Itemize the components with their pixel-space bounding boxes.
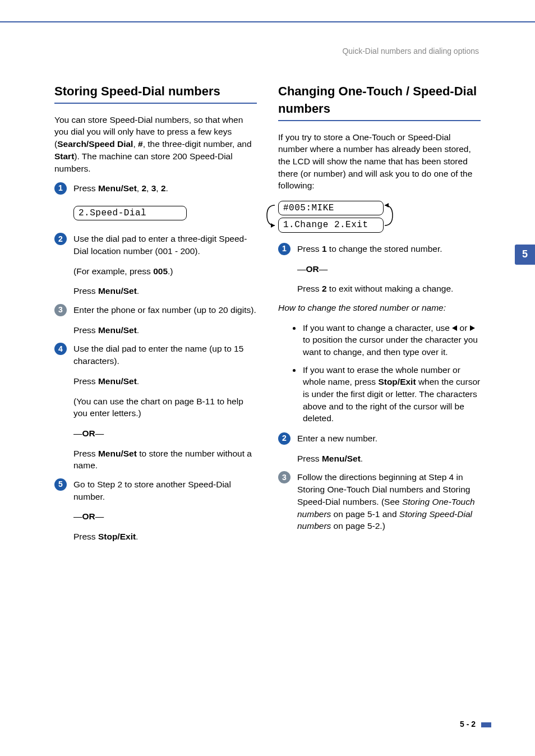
arrow-left-icon bbox=[452, 325, 457, 331]
step-body: Go to Step 2 to store another Speed-Dial… bbox=[73, 478, 257, 543]
t: Stop/Exit bbox=[98, 532, 136, 541]
t: Press bbox=[73, 286, 98, 296]
t: Press bbox=[297, 244, 322, 253]
t: OR bbox=[82, 428, 95, 438]
t: , bbox=[133, 139, 138, 149]
t: Start bbox=[54, 151, 74, 161]
t: Press bbox=[73, 532, 98, 541]
step-badge-1: 1 bbox=[278, 243, 290, 255]
t: to position the cursor under the charact… bbox=[303, 335, 478, 357]
t: . bbox=[137, 376, 139, 386]
t: . bbox=[361, 454, 363, 463]
step-badge-2: 2 bbox=[278, 432, 290, 445]
t: Press Stop/Exit. bbox=[73, 531, 257, 543]
t: —OR— bbox=[73, 510, 257, 523]
t: . bbox=[137, 286, 139, 296]
t: to change the stored number. bbox=[327, 244, 442, 253]
step-body: Enter the phone or fax number (up to 20 … bbox=[73, 304, 257, 336]
step-badge-3: 3 bbox=[278, 471, 290, 483]
left-step-1: 1 Press Menu/Set, 2, 3, 2. 2.Speed-Dial bbox=[54, 182, 257, 226]
step-badge-3: 3 bbox=[54, 304, 67, 316]
t: , bbox=[156, 183, 161, 193]
t: Press Menu/Set. bbox=[73, 285, 257, 297]
tip-1: If you want to change a character, use o… bbox=[302, 322, 481, 358]
cycle-arrows-icon bbox=[264, 200, 396, 231]
t: — bbox=[297, 264, 306, 274]
t: OR bbox=[82, 511, 95, 521]
t: (You can use the chart on page B-11 to h… bbox=[73, 395, 257, 420]
lcd-cycle: #005:MIKE 1.Change 2.Exit bbox=[278, 201, 384, 235]
t: . bbox=[137, 325, 139, 335]
t: , the three-digit number, and bbox=[143, 139, 252, 149]
t: 2 bbox=[322, 284, 327, 293]
section-tab: 5 bbox=[515, 245, 535, 265]
left-step-4: 4 Use the dial pad to enter the name (up… bbox=[54, 343, 257, 472]
t: Press bbox=[297, 284, 322, 293]
t: 005 bbox=[153, 266, 168, 276]
left-step-2: 2 Use the dial pad to enter a three-digi… bbox=[54, 233, 257, 297]
t: If you want to change a character, use bbox=[303, 323, 452, 333]
page-number: 5 - 2 bbox=[460, 719, 476, 730]
t: Go to Step 2 to store another Speed-Dial… bbox=[73, 478, 257, 503]
right-column: Changing One-Touch / Speed-Dial numbers … bbox=[278, 83, 481, 550]
t: (For example, press bbox=[73, 266, 153, 276]
arrow-right-icon bbox=[470, 325, 475, 331]
right-step-2: 2 Enter a new number. Press Menu/Set. bbox=[278, 432, 481, 464]
t: Menu/Set bbox=[98, 183, 137, 193]
howto-heading: How to change the stored number or name: bbox=[278, 302, 481, 314]
step-badge-4: 4 bbox=[54, 343, 67, 355]
right-step-1: 1 Press 1 to change the stored number. —… bbox=[278, 243, 481, 295]
step-body: Use the dial pad to enter a three-digit … bbox=[73, 233, 257, 297]
running-header: Quick-Dial numbers and dialing options bbox=[342, 46, 479, 57]
t: 1 bbox=[322, 244, 327, 253]
page-footer: 5 - 2 bbox=[460, 719, 491, 730]
svg-marker-1 bbox=[385, 203, 389, 208]
t: . bbox=[166, 183, 168, 193]
left-title: Storing Speed-Dial numbers bbox=[54, 83, 257, 100]
t: . bbox=[136, 532, 138, 541]
t: OR bbox=[306, 264, 319, 274]
t: —OR— bbox=[297, 263, 481, 275]
step-badge-5: 5 bbox=[54, 478, 67, 491]
right-step-3: 3 Follow the directions beginning at Ste… bbox=[278, 471, 481, 532]
t: Enter the phone or fax number (up to 20 … bbox=[73, 304, 257, 316]
t: — bbox=[73, 428, 82, 438]
t: Press Menu/Set. bbox=[73, 324, 257, 336]
t: Follow the directions beginning at Step … bbox=[297, 471, 481, 532]
step-body: Enter a new number. Press Menu/Set. bbox=[297, 432, 481, 464]
step-body: Use the dial pad to enter the name (up t… bbox=[73, 343, 257, 472]
t: Press bbox=[73, 183, 98, 193]
right-intro: If you try to store a One-Touch or Speed… bbox=[278, 131, 481, 192]
t: — bbox=[95, 511, 104, 521]
t: (For example, press 005.) bbox=[73, 265, 257, 278]
t: Press Menu/Set, 2, 3, 2. bbox=[73, 182, 257, 195]
t: on page 5-1 and bbox=[331, 509, 399, 519]
heading-rule bbox=[54, 103, 257, 104]
t: Menu/Set bbox=[322, 454, 361, 463]
t: 2 bbox=[161, 183, 166, 193]
t: — bbox=[73, 511, 82, 521]
t: Press bbox=[297, 454, 322, 463]
t: Press bbox=[73, 325, 98, 335]
t: Menu/Set bbox=[98, 286, 137, 296]
t: Use the dial pad to enter a three-digit … bbox=[73, 233, 257, 257]
t: Enter a new number. bbox=[297, 432, 481, 445]
step-body: Follow the directions beginning at Step … bbox=[297, 471, 481, 532]
tip-2: If you want to erase the whole number or… bbox=[302, 364, 481, 425]
step-body: Press 1 to change the stored number. —OR… bbox=[297, 243, 481, 295]
step-badge-2: 2 bbox=[54, 233, 67, 245]
t: Press 1 to change the stored number. bbox=[297, 243, 481, 255]
footer-bar-icon bbox=[481, 722, 491, 727]
t: , bbox=[146, 183, 151, 193]
t: Stop/Exit bbox=[378, 377, 416, 386]
t: Press Menu/Set. bbox=[73, 375, 257, 388]
t: ). The machine can store 200 Speed-Dial … bbox=[54, 151, 233, 173]
t: # bbox=[138, 139, 143, 149]
content: Storing Speed-Dial numbers You can store… bbox=[54, 83, 481, 550]
t: Menu/Set bbox=[98, 376, 137, 386]
lcd-speed-dial: 2.Speed-Dial bbox=[73, 206, 187, 220]
left-step-3: 3 Enter the phone or fax number (up to 2… bbox=[54, 304, 257, 336]
t: Use the dial pad to enter the name (up t… bbox=[73, 343, 257, 367]
t: Press bbox=[73, 449, 98, 458]
left-column: Storing Speed-Dial numbers You can store… bbox=[54, 83, 257, 550]
